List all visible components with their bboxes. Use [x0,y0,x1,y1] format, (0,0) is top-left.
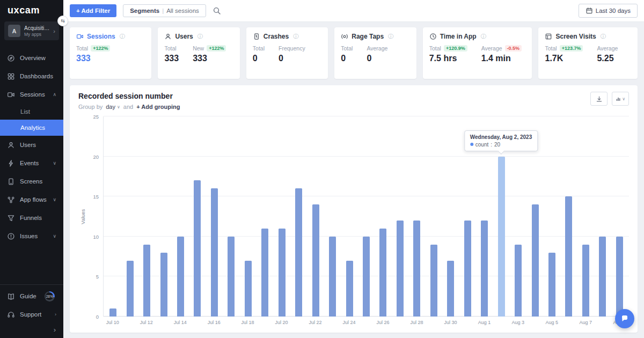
chart-bar-aug-5[interactable] [548,253,555,317]
chart-bar-aug-1[interactable] [481,221,488,317]
sidebar-item-screens[interactable]: Screens [0,172,63,190]
metric-label: Average [597,45,618,52]
metric-card-crashes[interactable]: CrashesⓘTotal0Frequency0 [246,27,328,79]
sidebar-item-dashboards[interactable]: Dashboards [0,67,63,85]
app-selector[interactable]: A Acquisition S... My apps › [4,21,59,40]
sidebar-item-sessions[interactable]: Sessions ∧ [0,85,63,104]
chart-bar-jul-14[interactable] [177,237,184,317]
group-by-dropdown[interactable]: day ∨ [106,104,120,110]
chart-bar-aug-4[interactable] [532,204,539,317]
metric-label: Total [341,45,353,52]
x-tick-label: Jul 26 [375,317,391,327]
metric-card-title: Users [175,33,193,40]
metric-value: 5.25 [597,54,618,63]
x-tick-label: Aug 7 [577,317,594,327]
x-tick-label [121,317,137,327]
x-tick-label: Aug 3 [510,317,526,327]
metric-value: 0 [341,54,353,63]
chart-bar-jul-28[interactable] [413,221,420,317]
sidebar-collapse-icon[interactable]: › [54,326,56,334]
chart-bar-jul-10[interactable] [109,308,116,317]
metric-card-rage-taps[interactable]: Rage TapsⓘTotal0Average0 [334,27,416,79]
chart-bar-jul-21[interactable] [295,188,302,317]
metric-card-time-in-app[interactable]: Time in AppⓘTotal+120.9%7.5 hrsAverage-0… [423,27,532,79]
x-tick-label [324,317,340,327]
chart-bar-aug-2[interactable] [498,157,505,317]
y-tick-label: 20 [93,153,99,159]
y-tick-label: 10 [93,233,99,239]
y-tick-label: 5 [96,274,99,280]
nav-label: Sessions [20,91,45,98]
nav-label: App flows [20,196,47,203]
nav-label: Dashboards [20,73,53,79]
sidebar-item-guide[interactable]: Guide 28% [0,287,63,305]
chart-bar-aug-3[interactable] [515,245,522,317]
guide-progress-ring: 28% [45,291,55,302]
chart-bar-aug-7[interactable] [582,245,589,317]
sidebar-toggle-button[interactable]: ⇆ [57,16,68,26]
nav-label: Screens [20,178,42,185]
x-tick-label: Aug 5 [544,317,560,327]
chart-bar-jul-27[interactable] [397,221,404,317]
calendar-icon [586,7,593,14]
sidebar-item-support[interactable]: Support › [0,305,63,324]
x-tick-label [560,317,577,327]
sidebar-item-funnels[interactable]: Funnels [0,209,63,227]
segments-button[interactable]: Segments | All sessions [123,4,206,17]
metric-card-title: Sessions [87,33,115,40]
sidebar-item-overview[interactable]: Overview [0,49,63,67]
chart-type-button[interactable]: ∨ [612,92,629,106]
chevron-down-icon: ∨ [53,197,56,202]
chart-bar-jul-23[interactable] [329,237,336,317]
chart-bar-jul-19[interactable] [261,229,268,317]
chart-bar-aug-8[interactable] [599,237,606,317]
chart-bar-jul-20[interactable] [279,229,286,317]
chart-bar-jul-29[interactable] [430,245,437,317]
sidebar-item-users[interactable]: Users [0,136,63,154]
date-range-button[interactable]: Last 30 days [579,4,638,18]
nav-label: Overview [20,55,46,61]
add-grouping-button[interactable]: + Add grouping [136,104,180,110]
chart-bar-jul-15[interactable] [194,180,201,317]
metric-card-users[interactable]: UsersⓘTotal333New+122%333 [158,27,239,79]
chart-bar-jul-26[interactable] [379,229,386,317]
chart-bar-jul-11[interactable] [127,261,134,317]
sidebar-item-list[interactable]: List [0,104,63,120]
chart-bar-jul-25[interactable] [363,237,370,317]
sidebar-item-analytics[interactable]: Analytics [0,120,63,136]
search-icon[interactable] [213,6,221,15]
sidebar-item-events[interactable]: Events ∨ [0,154,63,172]
add-filter-button[interactable]: + Add Filter [70,4,116,17]
headset-icon [7,311,15,319]
chart-bar-jul-30[interactable] [447,261,454,317]
sidebar-item-issues[interactable]: Issues ∨ [0,227,63,245]
x-tick-label: Jul 14 [172,317,188,327]
chart-bar-jul-31[interactable] [464,221,471,317]
metric-label: Total [164,45,176,52]
chart-bar-jul-24[interactable] [346,261,353,317]
metric-label: Total [429,45,441,52]
app-subtitle: My apps [24,32,49,37]
chart-bar-aug-9[interactable] [616,237,623,317]
sidebar-footer: Guide 28% Support › › [0,284,63,338]
sidebar-item-app-flows[interactable]: App flows ∨ [0,190,63,209]
chart-bar-jul-16[interactable] [211,188,218,317]
chart-bar-jul-12[interactable] [143,245,150,317]
chart-bar-aug-6[interactable] [565,196,572,317]
chart-bar-jul-13[interactable] [160,253,167,317]
metric-card-sessions[interactable]: SessionsⓘTotal+122%333 [70,27,151,79]
chat-widget-button[interactable] [615,309,634,328]
nav-label: Analytics [20,124,45,131]
info-icon: ⓘ [388,33,393,40]
x-tick-label: Jul 28 [408,317,425,327]
metric-card-title: Rage Taps [352,33,384,40]
metric-card-screen-visits[interactable]: Screen VisitsⓘTotal+123.7%1.7KAverage5.2… [538,27,638,79]
chart-bar-jul-17[interactable] [228,237,235,317]
bar-chart: Values 0510152025 Wednesday, Aug 2, 2023… [78,116,629,327]
metric-label: New [193,45,204,52]
chart-bar-jul-18[interactable] [245,261,252,317]
download-button[interactable] [590,92,608,106]
chart-bar-jul-22[interactable] [312,204,319,317]
metric-value: 1.4 min [481,54,522,63]
info-icon: ⓘ [197,33,203,40]
